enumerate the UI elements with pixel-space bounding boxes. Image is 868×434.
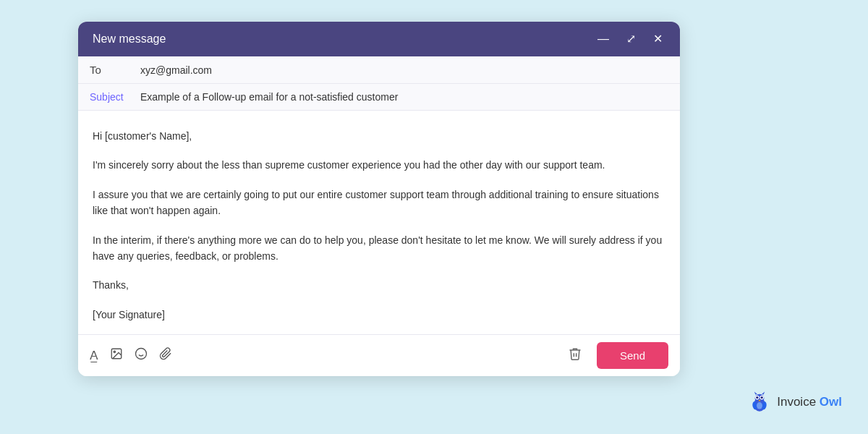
- footer-actions: Send: [562, 342, 668, 369]
- page-background: New message — ⤢ ✕ To xyz@gmail.com Subje…: [0, 0, 868, 434]
- subject-field-row: Subject Example of a Follow-up email for…: [78, 84, 680, 111]
- font-icon[interactable]: A̲: [90, 348, 98, 363]
- modal-header: New message — ⤢ ✕: [78, 22, 680, 56]
- modal-title: New message: [93, 33, 166, 46]
- close-button[interactable]: ✕: [650, 32, 665, 46]
- svg-marker-12: [754, 392, 757, 395]
- email-signature: [Your Signature]: [93, 307, 665, 323]
- svg-point-2: [136, 349, 147, 359]
- svg-point-1: [114, 351, 115, 352]
- svg-point-9: [756, 396, 758, 399]
- email-paragraph-3: In the interim, if there's anything more…: [93, 232, 665, 265]
- email-compose-modal: New message — ⤢ ✕ To xyz@gmail.com Subje…: [78, 22, 680, 376]
- to-value[interactable]: xyz@gmail.com: [140, 64, 668, 76]
- to-field-row: To xyz@gmail.com: [78, 56, 680, 84]
- email-thanks: Thanks,: [93, 277, 665, 293]
- brand-logo: Invoice Owl: [748, 391, 842, 414]
- emoji-icon[interactable]: [135, 347, 148, 364]
- delete-button[interactable]: [562, 344, 588, 367]
- email-paragraph-2: I assure you that we are certainly going…: [93, 187, 665, 219]
- modal-controls: — ⤢ ✕: [595, 32, 665, 46]
- email-paragraph-1: I'm sincerely sorry about the less than …: [93, 157, 665, 173]
- svg-marker-13: [762, 392, 765, 395]
- to-label: To: [90, 64, 140, 76]
- email-greeting: Hi [customer's Name],: [93, 128, 665, 144]
- minimize-button[interactable]: —: [595, 32, 612, 46]
- svg-point-10: [761, 396, 763, 399]
- svg-point-16: [757, 402, 762, 409]
- owl-icon: [748, 391, 771, 414]
- brand-name: Invoice Owl: [777, 395, 842, 409]
- send-button[interactable]: Send: [597, 342, 668, 369]
- maximize-button[interactable]: ⤢: [624, 32, 639, 46]
- subject-label: Subject: [90, 91, 140, 103]
- subject-value[interactable]: Example of a Follow-up email for a not-s…: [140, 91, 668, 103]
- footer-icons: A̲: [90, 347, 172, 364]
- attachment-icon[interactable]: [159, 347, 172, 364]
- email-body[interactable]: Hi [customer's Name], I'm sincerely sorr…: [78, 111, 680, 334]
- modal-footer: A̲: [78, 334, 680, 376]
- image-icon[interactable]: [110, 347, 123, 364]
